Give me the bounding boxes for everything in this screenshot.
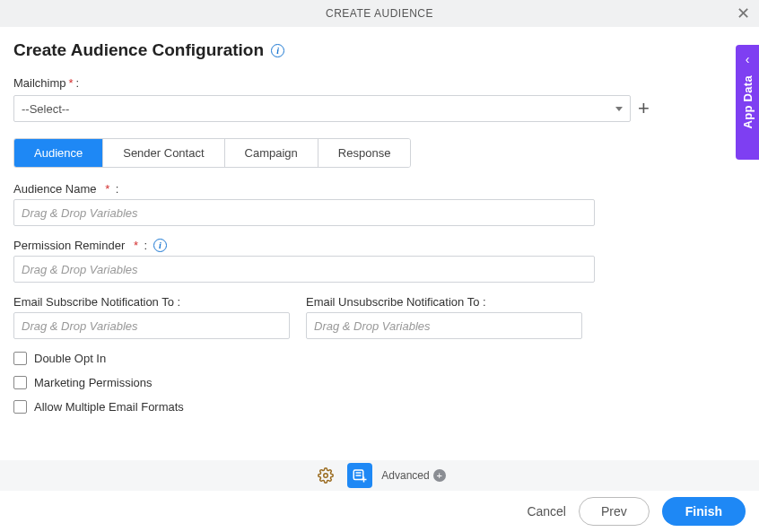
form-area: Audience Name * : Permission Reminder * …: [13, 182, 746, 414]
double-opt-in-checkbox[interactable]: [13, 352, 27, 365]
permission-reminder-input[interactable]: [13, 256, 595, 283]
permission-reminder-label-text: Permission Reminder: [13, 239, 125, 252]
tab-response[interactable]: Response: [318, 139, 411, 167]
permission-reminder-label: Permission Reminder * : i: [13, 239, 746, 252]
colon: :: [76, 76, 80, 90]
svg-point-0: [324, 474, 328, 478]
title-bar-text: CREATE AUDIENCE: [326, 7, 433, 20]
tab-sender-contact[interactable]: Sender Contact: [103, 139, 224, 167]
mailchimp-select[interactable]: --Select--: [13, 95, 631, 122]
add-mailchimp-button[interactable]: +: [638, 99, 650, 118]
email-unsubscribe-label: Email Unsubscribe Notification To :: [306, 295, 582, 309]
marketing-permissions-row[interactable]: Marketing Permissions: [13, 376, 746, 389]
email-subscribe-group: Email Subscribe Notification To :: [13, 295, 290, 339]
email-subscribe-label: Email Subscribe Notification To :: [13, 295, 290, 309]
footer: Cancel Prev Finish: [0, 491, 759, 532]
app-data-label: App Data: [741, 75, 755, 128]
gear-icon[interactable]: [313, 463, 338, 488]
audience-name-group: Audience Name * :: [13, 182, 746, 226]
email-subscribe-input[interactable]: [13, 312, 290, 339]
chevron-left-icon: ‹: [746, 52, 750, 66]
form-builder-icon[interactable]: [347, 463, 372, 488]
marketing-permissions-checkbox[interactable]: [13, 376, 27, 389]
content-area: Create Audience Configuration i Mailchim…: [0, 27, 759, 414]
tab-audience[interactable]: Audience: [14, 139, 103, 167]
plus-circle-icon: +: [433, 469, 446, 482]
audience-name-input[interactable]: [13, 199, 595, 226]
allow-multiple-email-formats-row[interactable]: Allow Multiple Email Formats: [13, 400, 746, 414]
cancel-button[interactable]: Cancel: [527, 504, 566, 519]
advanced-toggle[interactable]: Advanced +: [381, 469, 445, 482]
chevron-down-icon: [615, 107, 623, 111]
audience-name-label: Audience Name * :: [13, 182, 746, 196]
required-asterisk: *: [105, 182, 109, 196]
close-icon[interactable]: ✕: [737, 5, 751, 22]
tabs: Audience Sender Contact Campaign Respons…: [13, 138, 411, 168]
email-notification-row: Email Subscribe Notification To : Email …: [13, 295, 746, 352]
allow-multiple-email-formats-label: Allow Multiple Email Formats: [34, 400, 184, 414]
double-opt-in-row[interactable]: Double Opt In: [13, 352, 746, 365]
advanced-label-text: Advanced: [381, 469, 429, 482]
prev-button[interactable]: Prev: [579, 497, 650, 526]
app-data-panel-toggle[interactable]: ‹ App Data: [736, 45, 759, 160]
info-icon[interactable]: i: [271, 44, 284, 57]
info-icon[interactable]: i: [153, 239, 167, 252]
mailchimp-select-value: --Select--: [22, 102, 69, 116]
bottom-bar: Advanced +: [0, 460, 759, 491]
mailchimp-select-row: --Select-- +: [13, 95, 746, 122]
mailchimp-label: Mailchimp *:: [13, 76, 746, 90]
mailchimp-field: Mailchimp *:: [13, 76, 746, 90]
double-opt-in-label: Double Opt In: [34, 352, 106, 365]
required-asterisk: *: [134, 239, 138, 252]
page-heading: Create Audience Configuration i: [13, 40, 746, 60]
finish-button[interactable]: Finish: [662, 497, 746, 526]
marketing-permissions-label: Marketing Permissions: [34, 376, 153, 389]
tab-campaign[interactable]: Campaign: [225, 139, 318, 167]
title-bar: CREATE AUDIENCE ✕: [0, 0, 759, 27]
page-title: Create Audience Configuration: [13, 40, 264, 60]
email-unsubscribe-input[interactable]: [306, 312, 582, 339]
allow-multiple-email-formats-checkbox[interactable]: [13, 400, 27, 414]
permission-reminder-group: Permission Reminder * : i: [13, 239, 746, 283]
mailchimp-label-text: Mailchimp: [13, 76, 66, 90]
required-asterisk: *: [69, 76, 74, 90]
audience-name-label-text: Audience Name: [13, 182, 97, 196]
email-unsubscribe-group: Email Unsubscribe Notification To :: [306, 295, 582, 339]
